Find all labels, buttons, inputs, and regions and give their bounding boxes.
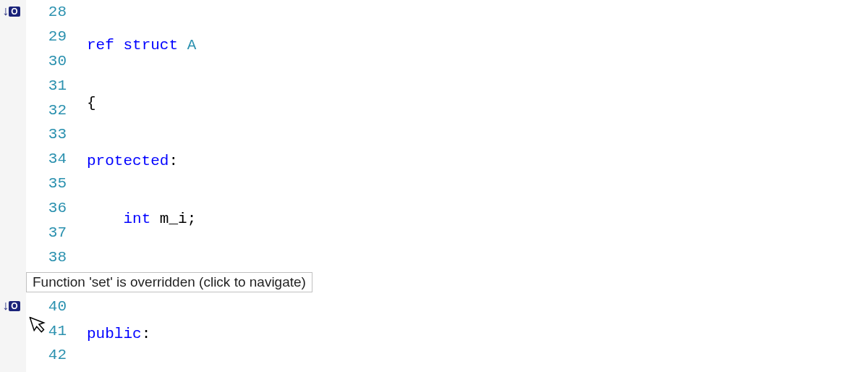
code-line[interactable]: public: <box>87 322 868 347</box>
line-number: 41 <box>26 319 67 344</box>
indicator-margin: ↓O ↓O <box>0 0 26 372</box>
line-number: 34 <box>26 147 67 172</box>
line-number: 33 <box>26 122 67 147</box>
override-tooltip[interactable]: Function 'set' is overridden (click to n… <box>26 272 312 292</box>
code-line[interactable]: ref struct A <box>87 33 868 58</box>
line-number: 28 <box>26 0 67 25</box>
line-number: 30 <box>26 49 67 74</box>
line-number: 32 <box>26 98 67 123</box>
line-number: 31 <box>26 74 67 98</box>
line-number: 29 <box>26 25 67 49</box>
code-editor: ↓O ↓O 28 29 30 31 32 33 34 35 36 37 38 4… <box>0 0 868 372</box>
line-number-margin: 28 29 30 31 32 33 34 35 36 37 38 40 41 4… <box>26 0 67 372</box>
override-down-icon[interactable]: ↓O <box>1 6 20 17</box>
line-number: 35 <box>26 172 67 196</box>
override-down-icon[interactable]: ↓O <box>1 300 20 312</box>
line-number: 36 <box>26 196 67 221</box>
tooltip-text: Function 'set' is overridden (click to n… <box>33 274 306 289</box>
code-line[interactable]: int m_i; <box>87 207 868 232</box>
line-number: 38 <box>26 245 67 270</box>
code-line[interactable]: { <box>87 91 868 116</box>
code-area[interactable]: ref struct A { protected: int m_i; publi… <box>67 0 868 372</box>
code-line[interactable]: protected: <box>87 149 868 174</box>
line-number: 42 <box>26 343 67 368</box>
line-number: 37 <box>26 221 67 245</box>
line-number: 40 <box>26 295 67 319</box>
